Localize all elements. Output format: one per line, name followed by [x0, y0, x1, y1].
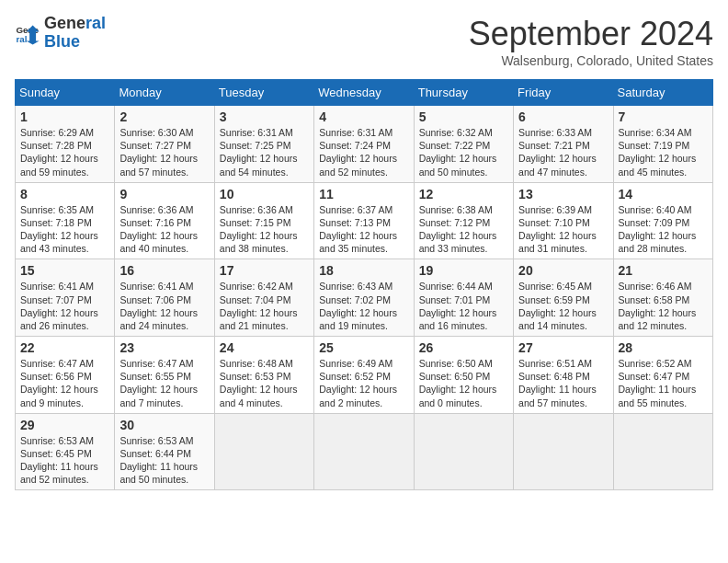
calendar-cell: 15Sunrise: 6:41 AMSunset: 7:07 PMDayligh…	[16, 259, 115, 337]
calendar-cell	[314, 413, 414, 490]
cell-content: Sunrise: 6:44 AMSunset: 7:01 PMDaylight:…	[419, 280, 508, 332]
day-number: 23	[119, 340, 209, 355]
calendar-header-row: SundayMondayTuesdayWednesdayThursdayFrid…	[16, 80, 713, 106]
header-tuesday: Tuesday	[214, 80, 313, 106]
day-number: 30	[119, 418, 209, 432]
header-monday: Monday	[115, 80, 214, 106]
cell-content: Sunrise: 6:46 AMSunset: 6:58 PMDaylight:…	[619, 280, 708, 332]
svg-text:ral: ral	[16, 34, 27, 44]
cell-content: Sunrise: 6:42 AMSunset: 7:04 PMDaylight:…	[220, 280, 309, 332]
calendar-cell	[214, 413, 313, 490]
calendar-cell: 17Sunrise: 6:42 AMSunset: 7:04 PMDayligh…	[214, 259, 313, 337]
calendar-cell: 10Sunrise: 6:36 AMSunset: 7:15 PMDayligh…	[214, 182, 313, 259]
logo: Gene ral General Blue	[15, 15, 106, 52]
cell-content: Sunrise: 6:53 AMSunset: 6:45 PMDaylight:…	[20, 434, 109, 487]
calendar-cell: 14Sunrise: 6:40 AMSunset: 7:09 PMDayligh…	[613, 182, 712, 259]
calendar-week-5: 29Sunrise: 6:53 AMSunset: 6:45 PMDayligh…	[16, 413, 713, 490]
day-number: 27	[518, 340, 608, 355]
title-block: September 2024 Walsenburg, Colorado, Uni…	[469, 15, 713, 68]
calendar-cell: 21Sunrise: 6:46 AMSunset: 6:58 PMDayligh…	[613, 259, 712, 337]
cell-content: Sunrise: 6:31 AMSunset: 7:25 PMDaylight:…	[220, 126, 309, 178]
calendar-cell: 2Sunrise: 6:30 AMSunset: 7:27 PMDaylight…	[115, 106, 214, 183]
header-sunday: Sunday	[16, 80, 115, 106]
calendar-cell: 18Sunrise: 6:43 AMSunset: 7:02 PMDayligh…	[314, 259, 414, 337]
day-number: 15	[20, 263, 109, 278]
day-number: 17	[220, 263, 309, 278]
calendar-week-4: 22Sunrise: 6:47 AMSunset: 6:56 PMDayligh…	[16, 337, 713, 414]
cell-content: Sunrise: 6:49 AMSunset: 6:52 PMDaylight:…	[319, 357, 408, 409]
cell-content: Sunrise: 6:47 AMSunset: 6:55 PMDaylight:…	[119, 357, 209, 409]
calendar-cell: 20Sunrise: 6:45 AMSunset: 6:59 PMDayligh…	[514, 259, 613, 337]
header-saturday: Saturday	[613, 80, 712, 106]
day-number: 2	[119, 109, 209, 124]
day-number: 19	[419, 263, 508, 278]
calendar-week-2: 8Sunrise: 6:35 AMSunset: 7:18 PMDaylight…	[16, 182, 713, 259]
cell-content: Sunrise: 6:41 AMSunset: 7:06 PMDaylight:…	[119, 280, 209, 332]
day-number: 8	[20, 187, 109, 201]
day-number: 22	[20, 340, 109, 355]
header-friday: Friday	[514, 80, 613, 106]
cell-content: Sunrise: 6:39 AMSunset: 7:10 PMDaylight:…	[518, 203, 608, 256]
calendar-cell: 16Sunrise: 6:41 AMSunset: 7:06 PMDayligh…	[115, 259, 214, 337]
calendar-cell	[613, 413, 712, 490]
cell-content: Sunrise: 6:48 AMSunset: 6:53 PMDaylight:…	[220, 357, 309, 409]
day-number: 7	[619, 109, 708, 124]
day-number: 14	[619, 187, 708, 201]
cell-content: Sunrise: 6:41 AMSunset: 7:07 PMDaylight:…	[20, 280, 109, 332]
calendar-week-3: 15Sunrise: 6:41 AMSunset: 7:07 PMDayligh…	[16, 259, 713, 337]
calendar-cell: 22Sunrise: 6:47 AMSunset: 6:56 PMDayligh…	[16, 337, 115, 414]
cell-content: Sunrise: 6:36 AMSunset: 7:15 PMDaylight:…	[220, 203, 309, 256]
day-number: 21	[619, 263, 708, 278]
logo-name: General	[44, 15, 106, 33]
day-number: 9	[119, 187, 209, 201]
calendar-table: SundayMondayTuesdayWednesdayThursdayFrid…	[15, 79, 713, 490]
calendar-cell	[514, 413, 613, 490]
cell-content: Sunrise: 6:33 AMSunset: 7:21 PMDaylight:…	[518, 126, 608, 178]
cell-content: Sunrise: 6:35 AMSunset: 7:18 PMDaylight:…	[20, 203, 109, 256]
calendar-cell: 4Sunrise: 6:31 AMSunset: 7:24 PMDaylight…	[314, 106, 414, 183]
calendar-cell: 11Sunrise: 6:37 AMSunset: 7:13 PMDayligh…	[314, 182, 414, 259]
day-number: 11	[319, 187, 408, 201]
header-thursday: Thursday	[414, 80, 513, 106]
logo-blue: Blue	[44, 33, 106, 52]
logo-icon: Gene ral	[15, 20, 40, 46]
day-number: 1	[20, 109, 109, 124]
day-number: 28	[619, 340, 708, 355]
page-header: Gene ral General Blue September 2024 Wal…	[15, 15, 713, 68]
calendar-cell: 24Sunrise: 6:48 AMSunset: 6:53 PMDayligh…	[214, 337, 313, 414]
calendar-cell: 23Sunrise: 6:47 AMSunset: 6:55 PMDayligh…	[115, 337, 214, 414]
header-wednesday: Wednesday	[314, 80, 414, 106]
cell-content: Sunrise: 6:36 AMSunset: 7:16 PMDaylight:…	[119, 203, 209, 256]
calendar-cell: 12Sunrise: 6:38 AMSunset: 7:12 PMDayligh…	[414, 182, 513, 259]
calendar-cell: 30Sunrise: 6:53 AMSunset: 6:44 PMDayligh…	[115, 413, 214, 490]
calendar-cell: 7Sunrise: 6:34 AMSunset: 7:19 PMDaylight…	[613, 106, 712, 183]
calendar-week-1: 1Sunrise: 6:29 AMSunset: 7:28 PMDaylight…	[16, 106, 713, 183]
cell-content: Sunrise: 6:29 AMSunset: 7:28 PMDaylight:…	[20, 126, 109, 178]
cell-content: Sunrise: 6:47 AMSunset: 6:56 PMDaylight:…	[20, 357, 109, 409]
calendar-cell: 3Sunrise: 6:31 AMSunset: 7:25 PMDaylight…	[214, 106, 313, 183]
calendar-cell: 9Sunrise: 6:36 AMSunset: 7:16 PMDaylight…	[115, 182, 214, 259]
location: Walsenburg, Colorado, United States	[469, 53, 713, 68]
calendar-cell	[414, 413, 513, 490]
cell-content: Sunrise: 6:52 AMSunset: 6:47 PMDaylight:…	[619, 357, 708, 409]
day-number: 13	[518, 187, 608, 201]
day-number: 26	[419, 340, 508, 355]
day-number: 3	[220, 109, 309, 124]
calendar-cell: 19Sunrise: 6:44 AMSunset: 7:01 PMDayligh…	[414, 259, 513, 337]
calendar-cell: 5Sunrise: 6:32 AMSunset: 7:22 PMDaylight…	[414, 106, 513, 183]
day-number: 25	[319, 340, 408, 355]
cell-content: Sunrise: 6:31 AMSunset: 7:24 PMDaylight:…	[319, 126, 408, 178]
day-number: 4	[319, 109, 408, 124]
day-number: 12	[419, 187, 508, 201]
calendar-cell: 28Sunrise: 6:52 AMSunset: 6:47 PMDayligh…	[613, 337, 712, 414]
day-number: 6	[518, 109, 608, 124]
calendar-cell: 29Sunrise: 6:53 AMSunset: 6:45 PMDayligh…	[16, 413, 115, 490]
day-number: 20	[518, 263, 608, 278]
cell-content: Sunrise: 6:53 AMSunset: 6:44 PMDaylight:…	[119, 434, 209, 487]
day-number: 24	[220, 340, 309, 355]
cell-content: Sunrise: 6:30 AMSunset: 7:27 PMDaylight:…	[119, 126, 209, 178]
cell-content: Sunrise: 6:43 AMSunset: 7:02 PMDaylight:…	[319, 280, 408, 332]
cell-content: Sunrise: 6:37 AMSunset: 7:13 PMDaylight:…	[319, 203, 408, 256]
month-title: September 2024	[469, 15, 713, 53]
cell-content: Sunrise: 6:45 AMSunset: 6:59 PMDaylight:…	[518, 280, 608, 332]
